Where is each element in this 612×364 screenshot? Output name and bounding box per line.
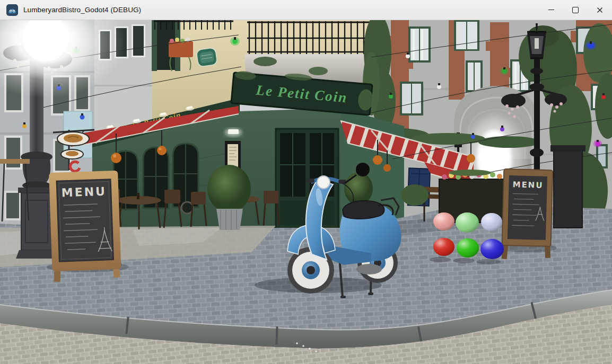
godot-icon[interactable] xyxy=(6,4,18,16)
wall-lamp xyxy=(225,128,242,137)
sphere-pastel-blue xyxy=(481,213,502,231)
title-bar[interactable]: LumberyardBistro_Godot4 (DEBUG) xyxy=(0,0,612,20)
maximize-button[interactable] xyxy=(563,0,588,20)
sphere-green xyxy=(457,238,479,258)
close-button[interactable] xyxy=(588,0,612,20)
menu-right-title: MENU xyxy=(512,180,543,190)
minimize-button[interactable] xyxy=(539,0,563,20)
minimize-icon xyxy=(548,10,554,10)
muffler xyxy=(356,264,382,274)
mirror xyxy=(356,163,370,176)
sphere-pastel-green xyxy=(456,212,479,233)
menu-left-title: MENU xyxy=(61,185,107,200)
front-wheel xyxy=(287,247,334,294)
game-viewport[interactable]: Le Petit Coin xyxy=(0,20,612,364)
godot-game-window: LumberyardBistro_Godot4 (DEBUG) xyxy=(0,0,612,364)
sphere-pastel-red xyxy=(433,212,454,230)
stone-bollard xyxy=(554,149,582,228)
menu-board-left: MENU xyxy=(49,171,121,282)
close-icon xyxy=(597,7,603,13)
window-title: LumberyardBistro_Godot4 (DEBUG) xyxy=(23,6,141,14)
window-controls xyxy=(539,0,612,20)
scene-render: Le Petit Coin xyxy=(0,20,612,364)
sphere-red xyxy=(433,238,454,256)
seat xyxy=(343,201,384,219)
headlamp xyxy=(317,176,330,189)
sphere-blue xyxy=(480,239,504,259)
maximize-icon xyxy=(572,7,579,13)
planter-bush xyxy=(401,184,429,206)
street-plaque xyxy=(196,48,217,67)
